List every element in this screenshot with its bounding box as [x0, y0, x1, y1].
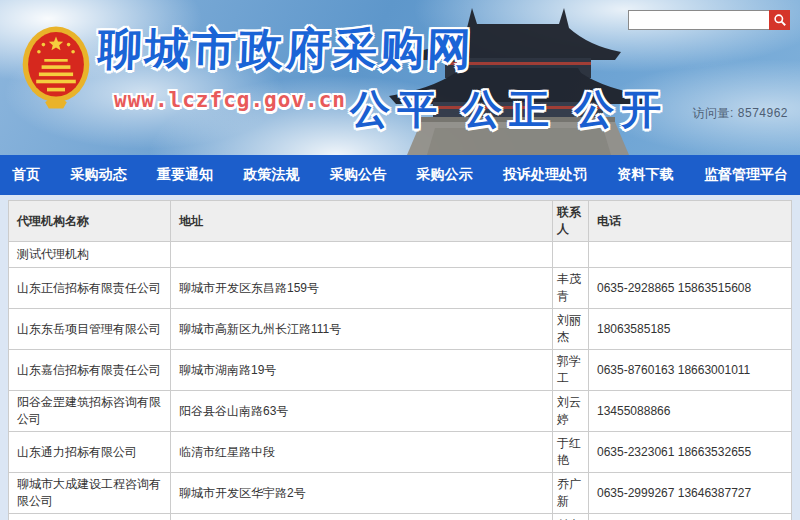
nav-item-5[interactable]: 采购公告 — [330, 166, 386, 184]
address-cell: 聊城市湖南路19号 — [171, 350, 553, 391]
table-row: 山东东岳项目管理有限公司聊城市高新区九州长江路111号刘丽杰1806358518… — [9, 309, 792, 350]
visit-counter: 访问量: 8574962 — [693, 105, 788, 122]
visit-count: 8574962 — [738, 106, 788, 120]
nav-item-7[interactable]: 投诉处理处罚 — [503, 166, 587, 184]
phone-cell: 18063585185 — [589, 309, 792, 350]
content-area: 代理机构名称地址联系人电话 测试代理机构山东正信招标有限责任公司聊城市开发区东昌… — [0, 195, 800, 520]
site-slogan: 公平 公正 公开 — [350, 82, 668, 137]
phone-cell — [589, 242, 792, 268]
table-row: 山东通力招标有限公司临清市红星路中段于红艳0635-2323061 186635… — [9, 432, 792, 473]
table-row: 测试代理机构 — [9, 242, 792, 268]
table-header-row: 代理机构名称地址联系人电话 — [9, 201, 792, 242]
site-url: www.lczfcg.gov.cn — [114, 88, 346, 112]
nav-item-4[interactable]: 政策法规 — [244, 166, 300, 184]
agency-name-cell: 山东大华工程咨询有限公司 — [9, 514, 171, 520]
phone-cell: 0635-2928865 15863515608 — [589, 268, 792, 309]
site-title: 聊城市政府采购网 — [97, 20, 475, 79]
contact-cell: 于红艳 — [553, 432, 589, 473]
address-cell — [171, 242, 553, 268]
column-header-3: 联系人 — [553, 201, 589, 242]
contact-cell — [553, 242, 589, 268]
phone-cell: 13606358513 — [589, 514, 792, 520]
table-row: 聊城市大成建设工程咨询有限公司聊城市开发区华宇路2号乔广新0635-299926… — [9, 473, 792, 514]
address-cell: 临清市红星路中段 — [171, 432, 553, 473]
phone-cell: 0635-2323061 18663532655 — [589, 432, 792, 473]
table-row: 山东嘉信招标有限责任公司聊城市湖南路19号郭学工0635-8760163 186… — [9, 350, 792, 391]
agency-name-cell: 山东正信招标有限责任公司 — [9, 268, 171, 309]
agency-name-cell: 山东嘉信招标有限责任公司 — [9, 350, 171, 391]
site-header: 聊城市政府采购网 www.lczfcg.gov.cn 公平 公正 公开 访问量:… — [0, 0, 800, 155]
address-cell: 阳谷县谷山南路63号 — [171, 391, 553, 432]
agency-name-cell: 阳谷金罡建筑招标咨询有限公司 — [9, 391, 171, 432]
nav-item-3[interactable]: 重要通知 — [157, 166, 213, 184]
contact-cell: 乔广新 — [553, 473, 589, 514]
contact-cell: 刘丽杰 — [553, 309, 589, 350]
agency-name-cell: 山东通力招标有限公司 — [9, 432, 171, 473]
search-button[interactable] — [769, 10, 790, 30]
china-national-emblem-icon — [20, 24, 92, 112]
address-cell: 聊城市开发区华宇路2号 — [171, 473, 553, 514]
contact-cell: 刘云婷 — [553, 391, 589, 432]
table-row: 山东大华工程咨询有限公司山东省聊城市昌润路5号明康综合楼五楼付兴杰1360635… — [9, 514, 792, 520]
table-row: 山东正信招标有限责任公司聊城市开发区东昌路159号丰茂青0635-2928865… — [9, 268, 792, 309]
agency-name-cell: 山东东岳项目管理有限公司 — [9, 309, 171, 350]
contact-cell: 付兴杰 — [553, 514, 589, 520]
phone-cell: 13455088866 — [589, 391, 792, 432]
agency-name-cell: 测试代理机构 — [9, 242, 171, 268]
search-input[interactable] — [628, 10, 769, 30]
nav-item-8[interactable]: 资料下载 — [618, 166, 674, 184]
table-row: 阳谷金罡建筑招标咨询有限公司阳谷县谷山南路63号刘云婷13455088866 — [9, 391, 792, 432]
phone-cell: 0635-2999267 13646387727 — [589, 473, 792, 514]
column-header-1: 代理机构名称 — [9, 201, 171, 242]
phone-cell: 0635-8760163 18663001011 — [589, 350, 792, 391]
address-cell: 聊城市高新区九州长江路111号 — [171, 309, 553, 350]
main-nav: 首页采购动态重要通知政策法规采购公告采购公示投诉处理处罚资料下载监督管理平台 — [0, 155, 800, 195]
column-header-2: 地址 — [171, 201, 553, 242]
search-icon — [772, 12, 788, 28]
agency-name-cell: 聊城市大成建设工程咨询有限公司 — [9, 473, 171, 514]
nav-item-2[interactable]: 采购动态 — [71, 166, 127, 184]
contact-cell: 丰茂青 — [553, 268, 589, 309]
visit-label: 访问量: — [693, 106, 734, 120]
address-cell: 山东省聊城市昌润路5号明康综合楼五楼 — [171, 514, 553, 520]
nav-item-1[interactable]: 首页 — [12, 166, 40, 184]
nav-item-9[interactable]: 监督管理平台 — [704, 166, 788, 184]
nav-item-6[interactable]: 采购公示 — [417, 166, 473, 184]
agency-table: 代理机构名称地址联系人电话 测试代理机构山东正信招标有限责任公司聊城市开发区东昌… — [8, 200, 792, 520]
column-header-4: 电话 — [589, 201, 792, 242]
search-area — [628, 10, 790, 30]
contact-cell: 郭学工 — [553, 350, 589, 391]
address-cell: 聊城市开发区东昌路159号 — [171, 268, 553, 309]
